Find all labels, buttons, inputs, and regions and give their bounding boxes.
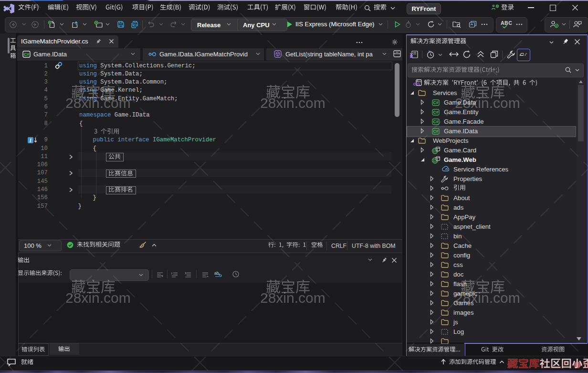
svg-text:C#: C# <box>24 52 30 57</box>
svg-text:C#: C# <box>433 110 439 115</box>
svg-text:I: I <box>29 138 32 143</box>
svg-text:C#: C# <box>433 100 439 105</box>
svg-text:ab: ab <box>214 271 219 276</box>
svg-text:C#: C# <box>433 119 439 124</box>
svg-text:C#: C# <box>433 129 439 134</box>
